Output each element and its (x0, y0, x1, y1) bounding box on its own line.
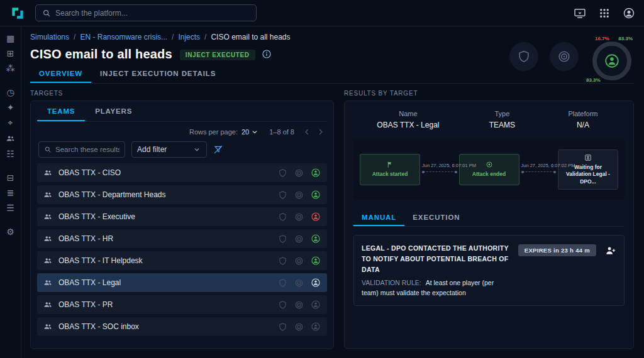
team-row[interactable]: OBAS TTX - PR (37, 295, 327, 314)
human-response-status-icon (311, 300, 321, 310)
score-label-success-bottom: 83.3% (586, 77, 601, 83)
team-row[interactable]: OBAS TTX - SOC inbox (37, 317, 327, 336)
documents-icon[interactable]: ⊟ (5, 173, 16, 182)
team-icon (43, 168, 52, 177)
score-label-success-top: 83.3% (618, 36, 633, 41)
status-badge: INJECT EXECUTED (180, 50, 255, 60)
info-icon[interactable] (262, 49, 272, 59)
chevron-down-icon (250, 127, 259, 136)
detection-bullseye-icon (294, 278, 304, 288)
timeline-step-attack-started[interactable]: Attack started (360, 154, 420, 185)
breadcrumb-simulation-name[interactable]: EN - Ransomware crisis... (80, 33, 178, 41)
openbas-logo-icon (9, 5, 26, 21)
global-score-donut[interactable]: 16.7% 83.3% 83.3% (592, 41, 631, 80)
breadcrumb-current: CISO email to all heads (211, 33, 290, 41)
detection-bullseye-icon (294, 322, 304, 332)
team-name: OBAS TTX - SOC inbox (58, 322, 139, 331)
shield-icon (517, 50, 531, 63)
team-row[interactable]: OBAS TTX - Legal (37, 273, 327, 292)
results-section-label: RESULTS BY TARGET (344, 90, 634, 97)
team-row[interactable]: OBAS TTX - Executive (37, 207, 327, 226)
human-response-status-icon (311, 278, 321, 288)
expectation-card: LEGAL - DPO CONTACTED THE AUTHORITY TO N… (353, 235, 625, 306)
search-icon (44, 146, 52, 153)
integrations-icon[interactable]: ☰ (5, 203, 16, 212)
teams-icon[interactable] (5, 133, 16, 143)
team-icon (43, 212, 52, 221)
apps-grid-icon[interactable] (599, 8, 610, 19)
results-search[interactable] (38, 141, 125, 158)
team-name: OBAS TTX - HR (58, 234, 113, 243)
app-logo[interactable] (9, 4, 26, 22)
detection-score-button[interactable] (550, 42, 579, 71)
chevron-down-icon (192, 145, 201, 154)
score-label-failed: 16.7% (595, 36, 609, 41)
detection-bullseye-icon (294, 300, 304, 310)
tab-inject-execution-details[interactable]: INJECT EXECUTION DETAILS (91, 64, 225, 83)
add-filter-select[interactable]: Add filter (131, 141, 207, 158)
human-response-icon (604, 53, 620, 69)
team-row[interactable]: OBAS TTX - CISO (37, 163, 327, 182)
previous-page-icon[interactable] (302, 127, 312, 137)
timeline-step-waiting-validation[interactable]: Waiting for Validation Legal - DPO... (558, 149, 618, 190)
tab-execution[interactable]: EXECUTION (404, 209, 468, 226)
rows-per-page-select[interactable]: 20 (242, 127, 259, 136)
scenarios-icon[interactable]: ◷ (5, 88, 16, 97)
breadcrumb-injects[interactable]: Injects (178, 33, 211, 41)
platform-search-input[interactable] (55, 9, 250, 18)
team-name: OBAS TTX - Legal (58, 278, 121, 287)
prevention-shield-icon (278, 322, 287, 332)
expires-badge: EXPIRES in 23 h 44 m (518, 244, 596, 256)
top-bar (0, 0, 644, 26)
prevention-shield-icon (278, 256, 287, 266)
team-name: OBAS TTX - Department Heads (58, 190, 166, 199)
dashboard-icon[interactable]: ▦ (5, 34, 16, 43)
tab-teams[interactable]: TEAMS (37, 101, 85, 121)
breadcrumb-simulations[interactable]: Simulations (30, 33, 80, 41)
topbar-actions (574, 7, 635, 19)
team-row[interactable]: OBAS TTX - IT Helpdesk (37, 251, 327, 270)
team-name: OBAS TTX - PR (58, 300, 113, 309)
tab-overview[interactable]: OVERVIEW (30, 64, 91, 83)
team-icon (43, 256, 52, 265)
next-page-icon[interactable] (316, 127, 326, 137)
page-title: CISO email to all heads (30, 47, 172, 62)
detection-bullseye-icon (294, 212, 304, 222)
team-row[interactable]: OBAS TTX - Department Heads (37, 185, 327, 204)
validate-person-add-icon[interactable] (605, 245, 616, 256)
organizations-icon[interactable]: ☷ (5, 149, 16, 158)
timeline-connector: Jun 27, 2025, 6:07:02 PM (521, 163, 557, 176)
human-response-status-icon (311, 256, 321, 266)
atomic-testings-icon[interactable]: ⁂ (5, 64, 16, 73)
prevention-shield-icon (278, 168, 287, 178)
team-icon (43, 278, 52, 287)
score-widgets: 16.7% 83.3% 83.3% (509, 33, 633, 80)
target-dot-icon (486, 161, 493, 168)
prevention-shield-icon (278, 300, 287, 310)
attack-timeline: Attack started Jun 27, 2025, 6:07:01 PM … (353, 139, 625, 200)
prevention-score-button[interactable] (509, 42, 538, 71)
team-row[interactable]: OBAS TTX - HR (37, 229, 327, 248)
rows-per-page-label: Rows per page: (189, 128, 238, 136)
challenges-icon[interactable]: ⌖ (5, 118, 16, 127)
add-filter-label: Add filter (137, 145, 167, 154)
results-search-input[interactable] (55, 146, 119, 153)
clear-filters-icon[interactable] (213, 144, 223, 155)
cast-screen-icon[interactable] (574, 7, 586, 19)
type-label: Type (463, 110, 541, 117)
platform-value: N/A (541, 121, 625, 129)
tab-manual[interactable]: MANUAL (353, 209, 404, 226)
settings-icon[interactable]: ⚙ (5, 227, 16, 236)
filter-bar: Add filter (37, 137, 327, 163)
tab-players[interactable]: PLAYERS (85, 101, 142, 121)
expectation-title: LEGAL - DPO CONTACTED THE AUTHORITY TO N… (362, 243, 511, 274)
targets-tabs: TEAMS PLAYERS (37, 101, 327, 122)
account-icon[interactable] (623, 7, 635, 19)
hourglass-icon (584, 154, 592, 161)
channels-icon[interactable]: ≣ (5, 188, 16, 197)
prevention-shield-icon (278, 190, 287, 200)
timeline-step-attack-ended[interactable]: Attack ended (459, 154, 519, 185)
simulations-icon[interactable]: ⊞ (5, 49, 16, 58)
platform-search[interactable] (35, 4, 257, 21)
assets-icon[interactable]: ✦ (5, 103, 16, 112)
